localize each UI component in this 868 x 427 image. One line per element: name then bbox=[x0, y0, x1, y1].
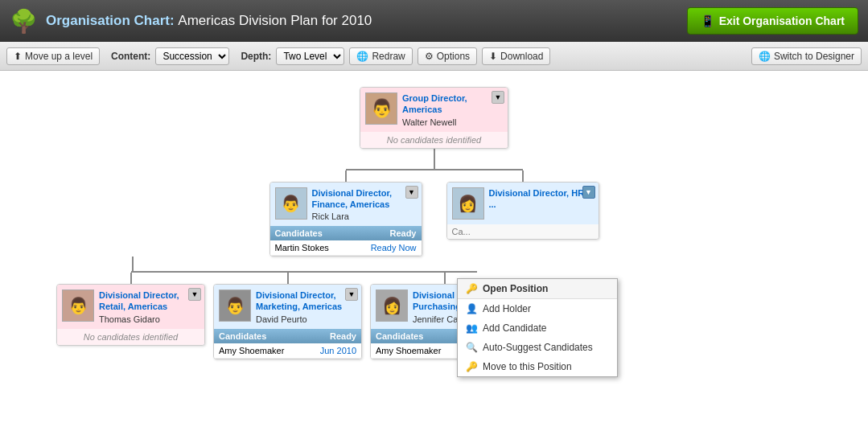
vline-l3-n4 bbox=[287, 273, 289, 284]
switch-label: Switch to Designer bbox=[774, 51, 854, 62]
level2-right-branch: 👩 Divisional Director, HR, ... ▼ Ca... bbox=[446, 170, 599, 257]
candidate-n5-name: Amy Shoemaker bbox=[376, 346, 441, 355]
depth-label: Depth: bbox=[241, 51, 271, 62]
redraw-button[interactable]: 🌐 Redraw bbox=[349, 47, 412, 65]
node-n3-dropdown[interactable]: ▼ bbox=[188, 288, 201, 301]
level-2: 👨 Divisional Director, Finance, Americas… bbox=[16, 170, 852, 257]
hline-l3 bbox=[131, 271, 477, 273]
add-candidate-label: Add Candidate bbox=[483, 322, 546, 334]
context-menu-move-position[interactable]: 🔑 Move to this Position bbox=[458, 357, 617, 376]
title-static: Organisation Chart: bbox=[46, 13, 175, 28]
level-1: 👨 Group Director, Americas Walter Newell… bbox=[16, 87, 852, 149]
depth-select[interactable]: Two Level bbox=[276, 47, 344, 65]
auto-suggest-label: Auto-Suggest Candidates bbox=[483, 342, 593, 353]
header-left: 🌳 Organisation Chart: Americas Division … bbox=[10, 8, 372, 35]
node-n2-title: Divisional Director, HR, ... bbox=[489, 187, 594, 211]
arrow-up-icon: ⬆ bbox=[14, 51, 22, 62]
vline-l2-left bbox=[345, 170, 347, 182]
candidates-header-n1: Candidates Ready bbox=[270, 226, 422, 240]
node-n1-dropdown[interactable]: ▼ bbox=[405, 186, 418, 199]
node-n4-title: Divisional Director, Marketing, Americas bbox=[256, 289, 356, 313]
n4-col-ready: Ready bbox=[330, 331, 356, 341]
node-n1-title: Divisional Director, Finance, Americas bbox=[312, 187, 417, 211]
context-title-icon: 🔑 bbox=[466, 283, 478, 294]
options-icon: ⚙ bbox=[425, 51, 434, 62]
switch-designer-button[interactable]: 🌐 Switch to Designer bbox=[751, 47, 862, 65]
vline-l3-n3 bbox=[130, 273, 132, 284]
node-n2: 👩 Divisional Director, HR, ... ▼ Ca... bbox=[446, 182, 599, 240]
node-n2-photo: 👩 bbox=[452, 187, 484, 220]
level3-n4-branch: 👨 Divisional Director, Marketing, Americ… bbox=[213, 273, 362, 359]
node-root: 👨 Group Director, Americas Walter Newell… bbox=[360, 87, 508, 149]
download-icon: ⬇ bbox=[489, 51, 497, 62]
node-n3-photo: 👨 bbox=[62, 289, 94, 322]
no-candidates-text: No candidates identified bbox=[387, 135, 481, 145]
node-n1-photo: 👨 bbox=[275, 187, 307, 220]
node-n3-header: 👨 Divisional Director, Retail, Americas … bbox=[57, 285, 204, 329]
move-position-label: Move to this Position bbox=[483, 361, 572, 372]
download-label: Download bbox=[500, 51, 543, 62]
node-n3: 👨 Divisional Director, Retail, Americas … bbox=[56, 284, 205, 346]
node-n4-dropdown[interactable]: ▼ bbox=[345, 288, 358, 301]
level2-left-branch: 👨 Divisional Director, Finance, Americas… bbox=[269, 170, 422, 257]
node-n2-header: 👩 Divisional Director, HR, ... ▼ bbox=[447, 183, 599, 224]
node-n3-body: No candidates identified bbox=[57, 329, 204, 345]
title-subtitle: Americas Division Plan for 2010 bbox=[178, 13, 372, 28]
node-n4-photo: 👨 bbox=[219, 289, 251, 322]
candidate-n4-ready: Jun 2010 bbox=[320, 346, 356, 355]
node-n4: 👨 Divisional Director, Marketing, Americ… bbox=[213, 284, 362, 359]
context-menu-add-candidate[interactable]: 👥 Add Candidate bbox=[458, 318, 617, 338]
n4-col-name: Candidates bbox=[219, 331, 266, 341]
node-n3-name: Thomas Gidaro bbox=[99, 314, 200, 324]
node-n4-name: David Peurto bbox=[256, 314, 356, 324]
vline-l2-right bbox=[522, 170, 524, 182]
options-button[interactable]: ⚙ Options bbox=[418, 47, 477, 65]
node-root-title: Group Director, Americas bbox=[402, 92, 503, 116]
exit-label: Exit Organisation Chart bbox=[719, 14, 845, 27]
node-n2-dropdown[interactable]: ▼ bbox=[582, 186, 595, 199]
node-n4-info: Divisional Director, Marketing, Americas… bbox=[256, 289, 356, 324]
exit-icon: 📱 bbox=[701, 14, 714, 27]
context-menu-auto-suggest[interactable]: 🔍 Auto-Suggest Candidates bbox=[458, 338, 617, 357]
toolbar: ⬆ Move up a level Content: Succession De… bbox=[0, 42, 868, 71]
vline-l3 bbox=[56, 257, 209, 271]
vline-l3-n5 bbox=[444, 273, 446, 284]
page-title: Organisation Chart: Americas Division Pl… bbox=[46, 13, 372, 29]
app-logo: 🌳 bbox=[10, 8, 38, 35]
options-label: Options bbox=[437, 51, 470, 62]
node-n1: 👨 Divisional Director, Finance, Americas… bbox=[269, 182, 422, 257]
download-button[interactable]: ⬇ Download bbox=[482, 47, 550, 65]
node-root-info: Group Director, Americas Walter Newell bbox=[402, 92, 503, 127]
redraw-icon: 🌐 bbox=[356, 51, 368, 62]
node-n2-info: Divisional Director, HR, ... bbox=[489, 187, 594, 212]
move-up-label: Move up a level bbox=[25, 51, 93, 62]
context-title-text: Open Position bbox=[483, 283, 548, 294]
chart-area: 👨 Group Director, Americas Walter Newell… bbox=[0, 71, 868, 427]
candidate-n4-name: Amy Shoemaker bbox=[219, 346, 284, 355]
candidates-col-ready: Ready bbox=[389, 228, 416, 238]
node-n5-photo: 👩 bbox=[376, 289, 408, 322]
context-menu: 🔑 Open Position 👤 Add Holder 👥 Add Candi… bbox=[457, 278, 618, 377]
auto-suggest-icon: 🔍 bbox=[466, 342, 478, 353]
add-candidate-icon: 👥 bbox=[466, 322, 478, 334]
vline-l3-line bbox=[132, 257, 134, 271]
context-menu-add-holder[interactable]: 👤 Add Holder bbox=[458, 299, 617, 318]
node-n4-candidates: Candidates Ready Amy Shoemaker Jun 2010 bbox=[214, 329, 361, 359]
hline-level3 bbox=[16, 257, 852, 273]
candidates-col-name: Candidates bbox=[275, 228, 323, 238]
candidate-row-n1-0: Martin Stokes Ready Now bbox=[270, 240, 422, 256]
node-n2-partial: Ca... bbox=[447, 224, 599, 239]
node-root-name: Walter Newell bbox=[402, 117, 503, 127]
content-select[interactable]: Succession bbox=[155, 47, 229, 65]
node-root-dropdown[interactable]: ▼ bbox=[492, 91, 504, 104]
node-root-body: No candidates identified bbox=[360, 132, 508, 148]
node-root-photo: 👨 bbox=[365, 92, 397, 125]
app-header: 🌳 Organisation Chart: Americas Division … bbox=[0, 0, 868, 42]
move-position-icon: 🔑 bbox=[466, 361, 478, 372]
move-up-button[interactable]: ⬆ Move up a level bbox=[6, 47, 100, 65]
designer-icon: 🌐 bbox=[759, 51, 771, 62]
node-n3-title: Divisional Director, Retail, Americas bbox=[99, 289, 200, 313]
exit-button[interactable]: 📱 Exit Organisation Chart bbox=[687, 7, 858, 35]
connector-v1 bbox=[434, 149, 435, 169]
level-3: 👨 Divisional Director, Retail, Americas … bbox=[16, 273, 852, 359]
